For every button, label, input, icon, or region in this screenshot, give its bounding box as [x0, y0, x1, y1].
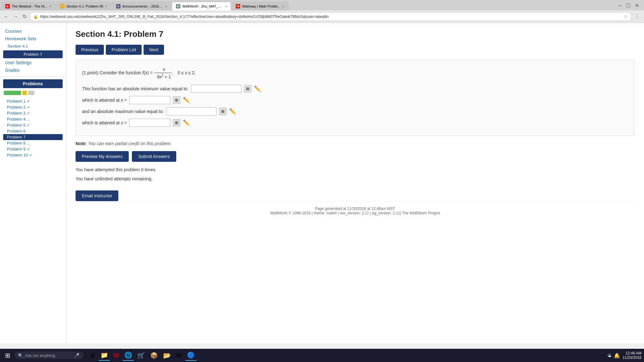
problem-list-button[interactable]: Problem List — [106, 45, 142, 55]
problem-box: (1 point) Consider the function f(x) = −… — [76, 60, 635, 136]
next-button[interactable]: Next — [144, 45, 164, 55]
tab-favicon-tab2: C — [60, 4, 65, 8]
maximize-button[interactable]: ☐ — [624, 2, 632, 9]
problem-formula: f(x) = −x9x2 + 1, 0 ≤ x ≤ 2. — [142, 70, 195, 75]
browser-tab-tab1[interactable]: ▶The Weeknd - The Hi...× — [1, 2, 55, 10]
progress-yellow — [22, 91, 27, 95]
tab-close-tab4[interactable]: × — [225, 4, 227, 8]
refresh-button[interactable]: ↻ — [21, 13, 28, 20]
submit-button[interactable]: Submit Answers — [132, 151, 176, 162]
tab-close-tab5[interactable]: × — [282, 4, 284, 8]
browser-tab-tab2[interactable]: CSection 4.1: Problem #6× — [56, 2, 111, 10]
address-text: https://webwork.asu.edu/webwork2/Zhu_MAT… — [40, 14, 622, 19]
problem-points: (1 point) — [82, 70, 98, 75]
max-value-pencil-icon[interactable]: ✏️ — [229, 108, 236, 115]
progress-gray — [28, 91, 34, 95]
lock-icon: 🔒 — [33, 14, 38, 19]
attempt-info-2: You have unlimited attempts remaining. — [76, 175, 635, 182]
browser-tab-tab5[interactable]: MMathway | Math Proble...× — [232, 2, 288, 10]
browser-tab-tab3[interactable]: AAnnouncements – 2016F...× — [112, 2, 171, 10]
bookmark-button[interactable]: ☆ — [624, 14, 628, 20]
sidebar-active-problem[interactable]: Problem 7 — [3, 50, 63, 58]
footer-line1: Page generated at 11/20/2016 at 12:48am … — [81, 206, 630, 211]
tab-title-tab4: WeBWorK : Zhu_MAT_26... — [182, 4, 223, 8]
min-x-input[interactable] — [129, 96, 170, 104]
min-x-pencil-icon[interactable]: ✏️ — [183, 97, 190, 104]
tab-favicon-tab3: A — [116, 4, 121, 8]
browser-tab-tab4[interactable]: WWeBWorK : Zhu_MAT_26...× — [172, 2, 231, 10]
sidebar-item-grades[interactable]: Grades — [0, 66, 66, 74]
tab-title-tab1: The Weeknd - The Hi... — [12, 4, 47, 8]
sidebar-item-homework-sets[interactable]: Homework Sets — [0, 35, 66, 42]
max-x-input[interactable] — [129, 119, 170, 127]
max-x-label: which is attained at x = — [82, 120, 127, 125]
footer: Page generated at 11/20/2016 at 12:48am … — [76, 201, 635, 220]
tab-favicon-tab5: M — [236, 4, 240, 8]
tab-title-tab2: Section 4.1: Problem #6 — [66, 4, 103, 8]
sidebar-item-courses[interactable]: Courses — [0, 27, 66, 35]
min-value-label: This function has an absolute minimum va… — [82, 86, 189, 91]
problems-header: Problems — [3, 79, 63, 88]
sidebar-problem-p5[interactable]: Problem 5 ✓ — [0, 122, 66, 128]
sidebar-item-user-settings[interactable]: User Settings — [0, 59, 66, 66]
note-text: Note: You can earn partial credit on thi… — [76, 141, 635, 146]
sidebar-problem-p2[interactable]: Problem 2 ✓ — [0, 104, 66, 110]
nav-buttons: Previous Problem List Next — [76, 45, 635, 55]
min-x-label: which is attained at x = — [82, 98, 127, 103]
email-instructor-button[interactable]: Email instructor — [76, 190, 118, 201]
max-x-grid-button[interactable]: ⊞ — [173, 119, 180, 127]
sidebar-problem-p7[interactable]: Problem 7 — [3, 134, 63, 140]
preview-button[interactable]: Preview My Answers — [76, 151, 129, 162]
sidebar-problem-p3[interactable]: Problem 3 ✓ — [0, 110, 66, 116]
max-value-grid-button[interactable]: ⊞ — [219, 108, 227, 115]
tab-favicon-tab1: ▶ — [5, 4, 10, 8]
sidebar-problem-p8[interactable]: Problem 8 ... — [0, 140, 66, 146]
page-title: Section 4.1: Problem 7 — [76, 29, 635, 39]
content-area: Section 4.1: Problem 7 Previous Problem … — [66, 23, 644, 343]
problem-description: Consider the function — [99, 70, 141, 75]
attempt-info-1: You have attempted this problem 0 times. — [76, 166, 635, 173]
footer-line2: WeBWorK © 1996-2016 | theme: math4 | ww_… — [81, 211, 630, 215]
min-x-grid-button[interactable]: ⊞ — [173, 96, 180, 104]
tab-close-tab2[interactable]: × — [105, 4, 107, 8]
min-value-input[interactable] — [191, 85, 241, 93]
close-button[interactable]: ✕ — [633, 2, 641, 9]
sidebar: Courses Homework Sets Section 4.1 Proble… — [0, 23, 66, 343]
tab-title-tab5: Mathway | Math Proble... — [242, 4, 280, 8]
sidebar-item-section-4-1[interactable]: Section 4.1 — [0, 42, 66, 50]
tab-close-tab3[interactable]: × — [165, 4, 167, 8]
progress-bar — [4, 91, 62, 95]
min-value-grid-button[interactable]: ⊞ — [244, 85, 251, 93]
max-value-label: and an absolute maximum value equal to: — [82, 109, 164, 114]
max-x-pencil-icon[interactable]: ✏️ — [183, 119, 190, 126]
min-value-row: This function has an absolute minimum va… — [82, 85, 628, 93]
back-button[interactable]: ← — [3, 13, 10, 20]
sidebar-problem-p10[interactable]: Problem 10 ✓ — [0, 152, 66, 158]
previous-button[interactable]: Previous — [76, 45, 104, 55]
sidebar-problem-p1[interactable]: Problem 1 ✓ — [0, 98, 66, 104]
minimize-button[interactable]: ─ — [616, 2, 624, 9]
tab-title-tab3: Announcements – 2016F... — [122, 4, 163, 8]
max-value-row: and an absolute maximum value equal to: … — [82, 107, 628, 116]
max-value-input[interactable] — [166, 107, 217, 116]
min-value-pencil-icon[interactable]: ✏️ — [254, 85, 261, 92]
sidebar-problem-p9[interactable]: Problem 9 ✓ — [0, 146, 66, 152]
sidebar-problem-p6[interactable]: Problem 6 — [0, 128, 66, 134]
max-x-row: which is attained at x = ⊞ ✏️ — [82, 119, 628, 127]
problem-list: Problem 1 ✓Problem 2 ✓Problem 3 ✓Problem… — [0, 98, 66, 158]
browser-menu-button[interactable]: ⋮ — [633, 13, 641, 20]
progress-green — [4, 91, 21, 95]
min-x-row: which is attained at x = ⊞ ✏️ — [82, 96, 628, 104]
problem-statement: (1 point) Consider the function f(x) = −… — [82, 66, 628, 80]
sidebar-problem-p4[interactable]: Problem 4 ... — [0, 116, 66, 122]
forward-button[interactable]: → — [12, 13, 20, 20]
tab-close-tab1[interactable]: × — [49, 4, 51, 8]
tab-favicon-tab4: W — [176, 4, 180, 8]
action-buttons: Preview My Answers Submit Answers — [76, 151, 635, 162]
